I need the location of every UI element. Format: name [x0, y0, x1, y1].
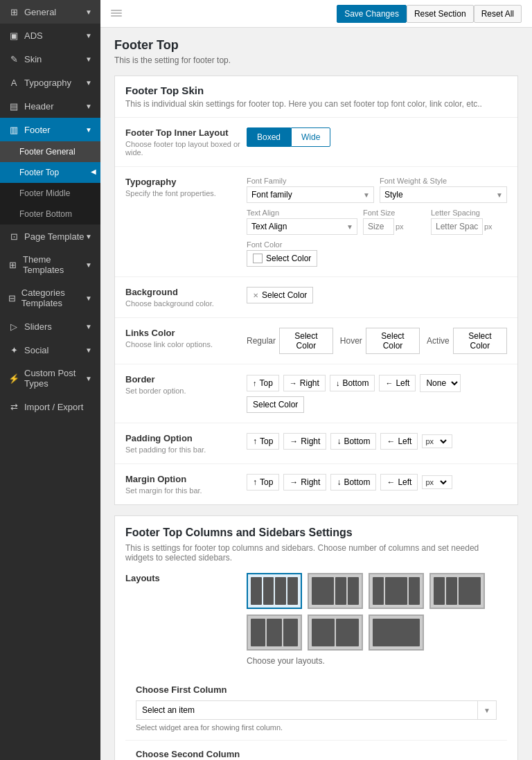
hover-color-button[interactable]: Select Color: [366, 328, 420, 354]
layouts-row: Layouts: [125, 573, 507, 676]
reset-section-button-top[interactable]: Reset Section: [407, 5, 474, 23]
font-size-field[interactable]: [363, 218, 394, 235]
sidebar-item-footer-general[interactable]: Footer General: [0, 141, 100, 162]
columns-panel: Footer Top Columns and Sidebars Settings…: [114, 515, 518, 760]
border-style-select[interactable]: None: [420, 374, 461, 392]
columns-section: Footer Top Columns and Sidebars Settings…: [115, 516, 517, 760]
sidebar-item-ads[interactable]: ▣ ADS ▼: [0, 24, 100, 47]
border-left-button[interactable]: ← Left: [379, 375, 416, 391]
page-title: Footer Top: [114, 38, 518, 53]
border-label: Border Set border option.: [125, 374, 247, 395]
arrow-left-icon: ←: [387, 436, 395, 446]
padding-unit: px ▾: [422, 434, 452, 448]
chevron-icon: ▼: [85, 261, 92, 269]
padding-bottom-button[interactable]: ↓ Bottom: [330, 433, 376, 450]
margin-right-button[interactable]: → Right: [283, 474, 326, 491]
sidebar-item-footer-bottom[interactable]: Footer Bottom: [0, 204, 100, 224]
border-directions: ↑ Top → Right ↓ Bottom ←: [247, 374, 507, 413]
social-icon: ✦: [8, 344, 19, 355]
layouts-desc: Choose your layouts.: [247, 656, 507, 666]
font-weight-select[interactable]: Style: [380, 186, 507, 203]
border-color-button[interactable]: Select Color: [247, 396, 304, 413]
margin-bottom-button[interactable]: ↓ Bottom: [330, 474, 376, 491]
active-color-group: Active Select Color: [427, 328, 507, 354]
save-changes-button-top[interactable]: Save Changes: [337, 5, 407, 23]
header-icon: ▤: [8, 100, 19, 112]
layout-1col[interactable]: [369, 615, 424, 651]
font-family-wrap: Font Family Font family ▼: [247, 177, 374, 203]
padding-row: Padding Option Set padding for this bar.…: [115, 423, 517, 464]
border-row: Border Set border option. ↑ Top → Right: [115, 364, 517, 423]
column-2-row: Choose Second Column Select an item ▼ Se…: [125, 741, 507, 760]
font-color-button[interactable]: Select Color: [247, 250, 317, 267]
layout-4col-c[interactable]: [369, 573, 424, 609]
font-family-select[interactable]: Font family: [247, 186, 374, 203]
background-color-button[interactable]: ✕ Select Color: [247, 287, 313, 303]
sidebar-item-footer[interactable]: ▥ Footer ▼: [0, 118, 100, 141]
sidebar-item-theme-templates[interactable]: ⊞ Theme Templates ▼: [0, 248, 100, 281]
arrow-right-icon: →: [290, 477, 298, 487]
sidebar-item-import-export[interactable]: ⇄ Import / Export: [0, 395, 100, 418]
border-top-button[interactable]: ↑ Top: [247, 375, 279, 391]
layout-4col-a[interactable]: [247, 573, 302, 609]
sidebar-item-general[interactable]: ⊞ General ▼: [0, 0, 100, 24]
typography-icon: A: [8, 77, 19, 88]
chevron-icon: ▼: [85, 126, 92, 134]
padding-left-button[interactable]: ← Left: [380, 433, 418, 450]
padding-right-button[interactable]: → Right: [283, 433, 326, 450]
hover-color-group: Hover Select Color: [340, 328, 420, 354]
margin-top-button[interactable]: ↑ Top: [247, 474, 279, 491]
wide-button[interactable]: Wide: [291, 127, 330, 147]
sidebar-item-typography[interactable]: A Typography ▼: [0, 71, 100, 94]
text-align-select[interactable]: Text Align: [247, 218, 357, 235]
layouts-row-1: [247, 573, 507, 609]
margin-left-button[interactable]: ← Left: [380, 474, 418, 491]
layout-4col-b[interactable]: [308, 573, 363, 609]
margin-unit: px ▾: [422, 475, 452, 489]
sidebar-item-footer-middle[interactable]: Footer Middle: [0, 183, 100, 204]
layout-4col-d[interactable]: [429, 573, 485, 609]
sidebar-item-categories-templates[interactable]: ⊟ Categories Templates ▼: [0, 281, 100, 315]
padding-top-button[interactable]: ↑ Top: [247, 433, 279, 450]
border-bottom-button[interactable]: ↓ Bottom: [330, 375, 375, 391]
sidebar: ⊞ General ▼ ▣ ADS ▼ ✎ Skin ▼ A Typograph…: [0, 0, 100, 760]
links-color-label: Links Color Choose link color options.: [125, 328, 247, 348]
grid-icon: ⊞: [8, 6, 19, 17]
background-label: Background Choose background color.: [125, 287, 247, 308]
cpt-icon: ⚡: [8, 373, 19, 384]
sidebar-item-header[interactable]: ▤ Header ▼: [0, 94, 100, 118]
sidebar-item-page-template[interactable]: ⊡ Page Template ▼: [0, 224, 100, 248]
layout-2col[interactable]: [308, 615, 363, 651]
margin-unit-select[interactable]: ▾: [435, 477, 449, 487]
sidebar-item-footer-top[interactable]: Footer Top ◀: [0, 162, 100, 183]
chevron-icon: ▼: [85, 294, 92, 302]
active-indicator-icon: ◀: [91, 168, 96, 175]
regular-color-button[interactable]: Select Color: [279, 328, 333, 354]
chevron-icon: ▼: [85, 375, 92, 382]
active-color-button[interactable]: Select Color: [453, 328, 507, 354]
font-size-wrap: Font Size px: [363, 209, 425, 235]
border-right-button[interactable]: → Right: [283, 375, 326, 391]
inner-layout-control: Boxed Wide: [247, 127, 507, 147]
reset-all-button-top[interactable]: Reset All: [474, 5, 522, 23]
typo-line-1: Font Family Font family ▼ Font Weight & …: [247, 177, 507, 203]
boxed-button[interactable]: Boxed: [247, 127, 291, 147]
column-1-select[interactable]: Select an item: [136, 701, 477, 719]
skin-panel: Footer Top Skin This is individual skin …: [114, 76, 518, 505]
sidebar-item-sliders[interactable]: ▷ Sliders ▼: [0, 315, 100, 338]
content-area: Footer Top This is the setting for foote…: [100, 28, 532, 760]
sidebar-item-social[interactable]: ✦ Social ▼: [0, 338, 100, 362]
columns-title: Footer Top Columns and Sidebars Settings: [125, 527, 507, 539]
arrow-left-icon: ←: [387, 477, 395, 487]
sidebar-item-skin[interactable]: ✎ Skin ▼: [0, 47, 100, 71]
padding-unit-select[interactable]: ▾: [435, 436, 449, 446]
column-dropdowns: Choose First Column Select an item ▼ Sel…: [125, 676, 507, 760]
letter-spacing-field[interactable]: [431, 218, 483, 235]
chevron-icon: ▼: [85, 32, 92, 39]
chevron-icon: ▼: [85, 233, 92, 240]
skin-panel-desc: This is individual skin settings for foo…: [125, 99, 507, 109]
col-select-arrow-icon[interactable]: ▼: [477, 701, 496, 719]
chevron-icon: ▼: [85, 103, 92, 110]
sidebar-item-custom-post-types[interactable]: ⚡ Custom Post Types ▼: [0, 362, 100, 395]
layout-3col[interactable]: [247, 615, 302, 651]
